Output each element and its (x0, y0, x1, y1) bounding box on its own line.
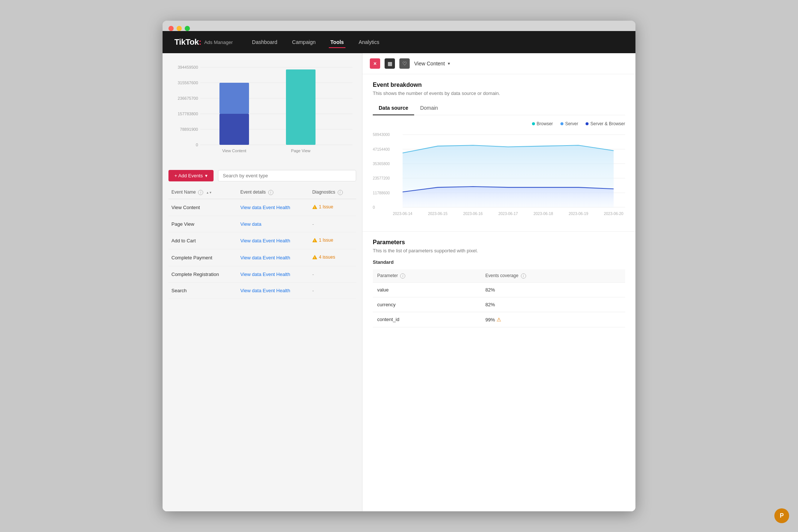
breakdown-tabs: Data source Domain (373, 102, 625, 115)
svg-text:394459500: 394459500 (178, 65, 198, 69)
svg-text:78891900: 78891900 (180, 127, 198, 132)
parameters-title: Parameters (373, 239, 625, 246)
parameters-table: Parameter i Events coverage i value82%cu… (373, 269, 625, 327)
legend-server-dot (560, 122, 563, 125)
svg-text:2023-06-17: 2023-06-17 (498, 212, 518, 216)
bookmark-icon: ♡ (402, 61, 407, 66)
warning-badge: !1 Issue (312, 204, 333, 209)
left-panel: 394459500 315567600 236675700 157783800 … (163, 53, 362, 511)
warning-badge: !1 Issue (312, 238, 333, 243)
event-health-link[interactable]: Event Health (263, 255, 290, 260)
view-data-link[interactable]: View data (241, 221, 262, 227)
svg-text:236675700: 236675700 (178, 96, 198, 100)
svg-text:2023-06-18: 2023-06-18 (533, 212, 553, 216)
event-name-cell: Complete Registration (168, 266, 238, 282)
right-panel: × ▦ ♡ View Content ▾ Event breakdown (362, 53, 635, 511)
add-events-button[interactable]: + Add Events ▾ (168, 170, 214, 181)
svg-text:2023-06-20: 2023-06-20 (604, 212, 624, 216)
table-row: SearchView data Event Health- (168, 282, 356, 299)
event-health-link[interactable]: Event Health (263, 272, 290, 277)
chart-area: 394459500 315567600 236675700 157783800 … (163, 59, 362, 164)
legend-browser: Browser (532, 121, 553, 126)
svg-text:!: ! (314, 256, 315, 259)
svg-text:315567600: 315567600 (178, 81, 198, 85)
svg-text:58943000: 58943000 (373, 133, 390, 137)
svg-text:2023-06-19: 2023-06-19 (569, 212, 588, 216)
svg-text:2023-06-15: 2023-06-15 (428, 212, 448, 216)
tab-domain[interactable]: Domain (414, 102, 444, 115)
main-layout: 394459500 315567600 236675700 157783800 … (163, 53, 635, 511)
standard-label: Standard (373, 259, 625, 265)
diagnostics-info-icon[interactable]: i (338, 190, 343, 195)
title-chevron-icon[interactable]: ▾ (448, 61, 450, 66)
close-icon: × (374, 61, 376, 66)
view-data-link[interactable]: View data (241, 255, 262, 260)
event-name-cell: Search (168, 282, 238, 299)
diagnostics-cell: - (309, 266, 356, 282)
svg-text:0: 0 (196, 143, 198, 147)
param-coverage-cell: 82% (481, 282, 625, 297)
dash: - (312, 288, 314, 293)
diagnostics-cell: !1 Issue (309, 199, 356, 216)
coverage-info-icon[interactable]: i (521, 273, 526, 279)
svg-text:11788600: 11788600 (373, 191, 390, 195)
tab-data-source[interactable]: Data source (373, 102, 414, 115)
warning-triangle-icon: ! (312, 238, 317, 243)
nav-analytics[interactable]: Analytics (357, 36, 381, 48)
dot-yellow[interactable] (177, 26, 182, 31)
browser-chrome (163, 21, 635, 31)
event-health-link[interactable]: Event Health (263, 238, 290, 243)
svg-text:!: ! (314, 206, 315, 209)
diagnostics-cell: - (309, 282, 356, 299)
event-details-cell: View data Event Health (238, 232, 310, 249)
diagnostics-cell: !4 issues (309, 249, 356, 266)
legend-server-label: Server (565, 121, 578, 126)
table-row: Page ViewView data- (168, 216, 356, 232)
bar-chart-svg: 394459500 315567600 236675700 157783800 … (171, 62, 352, 158)
chart-legend: Browser Server Server & Browser (373, 121, 625, 126)
nav-dashboard[interactable]: Dashboard (250, 36, 279, 48)
event-details-cell: View data Event Health (238, 266, 310, 282)
legend-server-browser-dot (586, 122, 589, 125)
nav-tools[interactable]: Tools (329, 36, 345, 48)
line-chart-container: 58943000 47154400 35365800 23577200 1178… (373, 131, 625, 224)
view-data-link[interactable]: View data (241, 205, 262, 210)
server-browser-area (403, 187, 614, 207)
parameter-info-icon[interactable]: i (400, 273, 405, 279)
event-details-info-icon[interactable]: i (268, 190, 273, 195)
warning-triangle-icon: ! (312, 204, 317, 209)
param-name-cell: currency (373, 297, 481, 312)
svg-text:!: ! (314, 239, 315, 242)
search-input[interactable] (218, 170, 356, 181)
view-data-link[interactable]: View data (241, 272, 262, 277)
add-events-chevron: ▾ (205, 173, 208, 178)
event-health-link[interactable]: Event Health (263, 288, 290, 293)
table-row: Complete RegistrationView data Event Hea… (168, 266, 356, 282)
view-data-link[interactable]: View data (241, 288, 262, 293)
event-name-info-icon[interactable]: i (198, 190, 203, 195)
nav-campaign[interactable]: Campaign (291, 36, 317, 48)
dot-red[interactable] (168, 26, 174, 31)
sort-icon[interactable]: ▲▼ (206, 191, 212, 194)
view-data-link[interactable]: View data (241, 238, 262, 243)
panel-header: × ▦ ♡ View Content ▾ (362, 53, 635, 74)
table-row: Add to CartView data Event Health!1 Issu… (168, 232, 356, 249)
logo-sub: Ads Manager (204, 40, 233, 45)
browser-window: TikTok: Ads Manager Dashboard Campaign T… (163, 21, 635, 511)
avatar[interactable]: P (774, 508, 789, 523)
svg-text:157783800: 157783800 (178, 112, 198, 116)
warning-triangle-icon: ! (312, 255, 317, 260)
svg-text:47154400: 47154400 (373, 147, 390, 151)
chart-icon-button[interactable]: ▦ (385, 58, 395, 69)
table-row: Complete PaymentView data Event Health!4… (168, 249, 356, 266)
close-button[interactable]: × (370, 58, 380, 69)
dot-green[interactable] (185, 26, 190, 31)
add-events-label: + Add Events (174, 173, 203, 178)
event-health-link[interactable]: Event Health (263, 205, 290, 210)
legend-server-browser-label: Server & Browser (590, 121, 625, 126)
svg-text:0: 0 (373, 205, 375, 209)
diagnostics-cell: - (309, 216, 356, 232)
bookmark-icon-button[interactable]: ♡ (399, 58, 410, 69)
logo-dot: : (199, 37, 201, 47)
breakdown-description: This shows the number of events by data … (373, 91, 625, 96)
